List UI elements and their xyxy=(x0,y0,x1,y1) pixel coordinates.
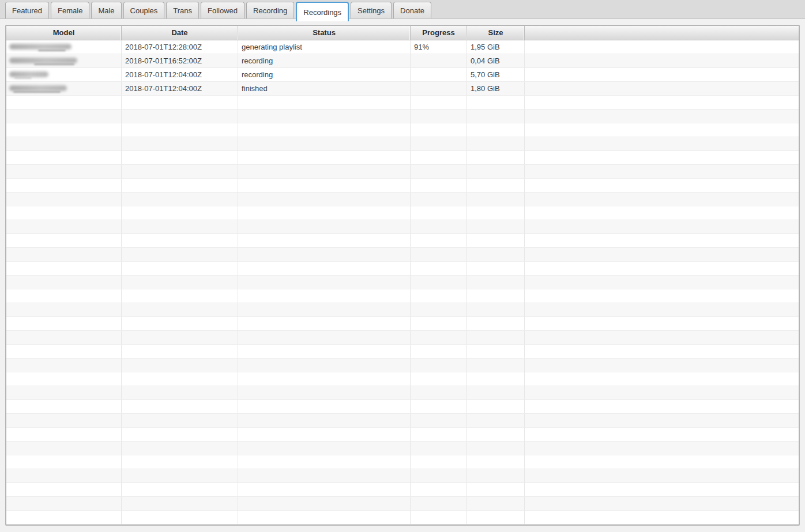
tab-couples[interactable]: Couples xyxy=(123,2,165,18)
empty-cell xyxy=(525,317,799,330)
empty-table-row xyxy=(6,400,799,414)
empty-cell xyxy=(411,455,467,469)
empty-table-row xyxy=(6,165,799,179)
empty-table-row xyxy=(6,372,799,386)
empty-cell xyxy=(6,123,122,137)
empty-cell xyxy=(467,428,525,441)
redaction-blur xyxy=(14,77,32,79)
model-cell-redacted xyxy=(6,82,122,95)
empty-cell xyxy=(467,386,525,399)
empty-cell xyxy=(122,469,238,482)
column-header-date[interactable]: Date xyxy=(122,26,238,40)
table-row[interactable]: 2018-07-01T12:04:00Z recording 5,70 GiB xyxy=(6,68,799,82)
tab-recording[interactable]: Recording xyxy=(246,2,294,18)
model-cell-redacted xyxy=(6,54,122,67)
empty-cell xyxy=(411,414,467,427)
empty-table-row xyxy=(6,469,799,483)
progress-cell xyxy=(411,82,467,95)
empty-cell xyxy=(411,220,467,233)
empty-cell xyxy=(525,110,799,123)
empty-cell xyxy=(238,248,411,261)
empty-cell xyxy=(525,179,799,192)
empty-cell xyxy=(467,331,525,344)
extra-cell xyxy=(525,40,799,54)
empty-cell xyxy=(238,193,411,206)
empty-table-row xyxy=(6,455,799,469)
empty-cell xyxy=(525,386,799,399)
empty-table-row xyxy=(6,428,799,442)
date-cell: 2018-07-01T12:04:00Z xyxy=(122,68,238,81)
empty-cell xyxy=(238,137,411,150)
empty-cell xyxy=(525,428,799,441)
empty-cell xyxy=(467,193,525,206)
empty-cell xyxy=(467,317,525,330)
empty-table-row xyxy=(6,179,799,193)
empty-cell xyxy=(411,110,467,123)
tab-female[interactable]: Female xyxy=(51,2,89,18)
empty-cell xyxy=(525,497,799,510)
empty-cell xyxy=(6,151,122,164)
table-row[interactable]: 2018-07-01T12:28:00Z generating playlist… xyxy=(6,40,799,54)
empty-cell xyxy=(122,442,238,455)
empty-table-row xyxy=(6,248,799,262)
column-header-status[interactable]: Status xyxy=(238,26,411,40)
size-cell: 1,80 GiB xyxy=(467,82,525,95)
empty-table-row xyxy=(6,345,799,359)
tab-followed[interactable]: Followed xyxy=(201,2,244,18)
empty-cell xyxy=(122,400,238,413)
empty-cell xyxy=(525,151,799,164)
empty-table-row xyxy=(6,276,799,289)
tab-donate[interactable]: Donate xyxy=(393,2,431,18)
empty-cell xyxy=(238,262,411,275)
redaction-blur xyxy=(34,63,74,65)
empty-cell xyxy=(467,179,525,192)
empty-cell xyxy=(467,469,525,482)
tab-male[interactable]: Male xyxy=(91,2,121,18)
empty-cell xyxy=(467,414,525,427)
tab-featured[interactable]: Featured xyxy=(5,2,49,18)
column-header-progress[interactable]: Progress xyxy=(411,26,467,40)
empty-table-row xyxy=(6,386,799,400)
tab-trans[interactable]: Trans xyxy=(166,2,199,18)
empty-cell xyxy=(238,151,411,164)
table-header-row: Model Date Status Progress Size xyxy=(6,26,799,40)
empty-table-row xyxy=(6,303,799,317)
empty-cell xyxy=(6,96,122,109)
empty-cell xyxy=(6,331,122,344)
empty-cell xyxy=(525,206,799,220)
empty-cell xyxy=(6,469,122,482)
column-header-model[interactable]: Model xyxy=(6,26,122,40)
empty-table-row xyxy=(6,193,799,206)
empty-cell xyxy=(525,400,799,413)
empty-cell xyxy=(238,331,411,344)
empty-cell xyxy=(122,165,238,178)
empty-cell xyxy=(6,220,122,233)
empty-table-row xyxy=(6,110,799,123)
empty-cell xyxy=(525,483,799,496)
empty-table-row xyxy=(6,497,799,511)
empty-cell xyxy=(411,511,467,524)
empty-cell xyxy=(122,511,238,524)
empty-cell xyxy=(467,359,525,372)
empty-cell xyxy=(238,289,411,303)
empty-table-row xyxy=(6,262,799,276)
redaction-blur xyxy=(9,71,48,77)
empty-cell xyxy=(525,372,799,386)
tab-recordings[interactable]: Recordings xyxy=(296,2,349,21)
empty-cell xyxy=(525,165,799,178)
empty-cell xyxy=(411,206,467,220)
empty-cell xyxy=(525,442,799,455)
empty-cell xyxy=(467,206,525,220)
empty-table-row xyxy=(6,137,799,151)
table-row[interactable]: 2018-07-01T16:52:00Z recording 0,04 GiB xyxy=(6,54,799,68)
table-row[interactable]: 2018-07-01T12:04:00Z finished 1,80 GiB xyxy=(6,82,799,96)
empty-table-row xyxy=(6,442,799,455)
empty-cell xyxy=(467,497,525,510)
tab-settings[interactable]: Settings xyxy=(351,2,392,18)
empty-cell xyxy=(238,428,411,441)
empty-cell xyxy=(6,234,122,247)
column-header-size[interactable]: Size xyxy=(467,26,525,40)
redaction-blur xyxy=(9,44,72,50)
empty-cell xyxy=(411,289,467,303)
table-body: 2018-07-01T12:28:00Z generating playlist… xyxy=(6,40,799,525)
